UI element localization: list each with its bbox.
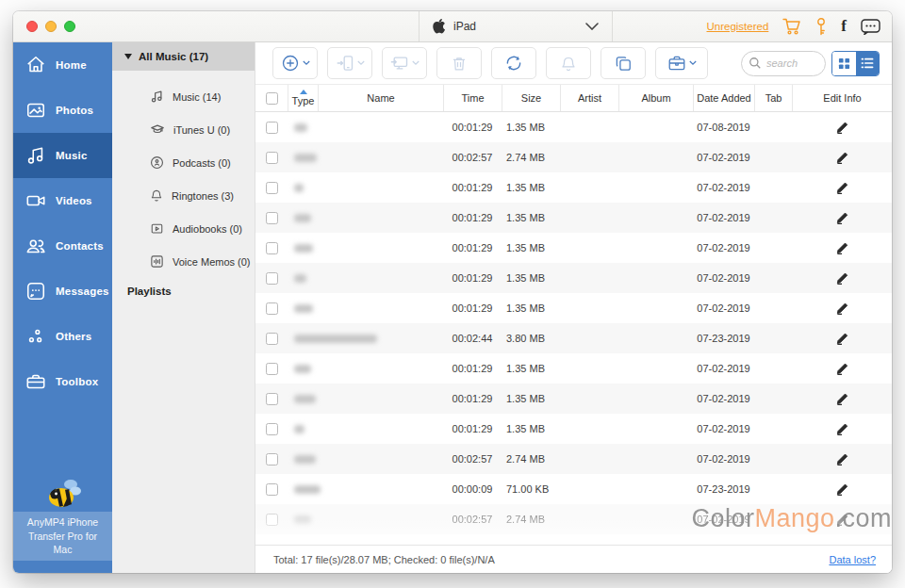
edit-info-pencil-icon[interactable] bbox=[835, 271, 849, 286]
edit-info-pencil-icon[interactable] bbox=[835, 513, 849, 527]
library-item-music[interactable]: Music (14) bbox=[112, 80, 255, 113]
data-lost-link[interactable]: Data lost? bbox=[829, 554, 876, 565]
edit-info-pencil-icon[interactable] bbox=[835, 151, 849, 165]
edit-info-pencil-icon[interactable] bbox=[835, 362, 849, 376]
table-row[interactable]: 00:00:0971.00 KB07-23-2019 bbox=[255, 474, 892, 504]
table-row[interactable]: 00:02:572.74 MB07-02-2019 bbox=[255, 444, 892, 474]
table-row[interactable]: 00:01:291.35 MB07-08-2019 bbox=[255, 112, 892, 142]
device-selector[interactable]: iPad bbox=[419, 11, 613, 41]
add-button[interactable] bbox=[272, 47, 318, 79]
edit-info-pencil-icon[interactable] bbox=[835, 452, 849, 466]
row-checkbox[interactable] bbox=[266, 212, 278, 224]
column-header-name[interactable]: Name bbox=[318, 85, 443, 111]
sidebar-item-photos[interactable]: Photos bbox=[13, 88, 112, 133]
time-cell: 00:00:09 bbox=[443, 483, 502, 495]
delete-button[interactable] bbox=[436, 47, 482, 79]
table-row[interactable]: 00:01:291.35 MB07-02-2019 bbox=[255, 353, 892, 384]
audiobook-icon bbox=[150, 222, 164, 236]
library-item-voice-memos[interactable]: Voice Memos (0) bbox=[112, 245, 255, 278]
row-checkbox[interactable] bbox=[266, 182, 278, 194]
grid-view-button[interactable] bbox=[832, 52, 856, 75]
row-checkbox[interactable] bbox=[266, 483, 278, 496]
time-cell: 00:02:57 bbox=[443, 152, 502, 163]
edit-info-pencil-icon[interactable] bbox=[835, 302, 849, 316]
edit-info-pencil-icon[interactable] bbox=[835, 332, 849, 346]
row-checkbox[interactable] bbox=[266, 423, 278, 435]
export-to-computer-button[interactable] bbox=[382, 47, 427, 79]
zoom-button[interactable] bbox=[64, 21, 75, 32]
ringtone-maker-button[interactable] bbox=[546, 47, 591, 79]
column-header-time[interactable]: Time bbox=[443, 85, 502, 111]
table-row[interactable]: 00:02:572.74 MB07-02-2019 bbox=[255, 504, 892, 534]
edit-info-pencil-icon[interactable] bbox=[835, 211, 849, 225]
export-to-device-button[interactable] bbox=[327, 47, 372, 79]
edit-info-pencil-icon[interactable] bbox=[835, 241, 849, 255]
column-header-edit-info[interactable]: Edit Info bbox=[792, 85, 892, 111]
table-row[interactable]: 00:01:291.35 MB07-02-2019 bbox=[255, 172, 892, 203]
cart-icon[interactable] bbox=[782, 18, 801, 35]
table-row[interactable]: 00:01:291.35 MB07-02-2019 bbox=[255, 263, 892, 293]
library-item-audiobooks[interactable]: Audiobooks (0) bbox=[112, 212, 255, 245]
copy-button[interactable] bbox=[601, 47, 646, 79]
library-item-itunes-u[interactable]: iTunes U (0) bbox=[112, 113, 255, 146]
column-header-album[interactable]: Album bbox=[618, 85, 693, 111]
photos-icon bbox=[25, 100, 46, 121]
minimize-button[interactable] bbox=[45, 21, 57, 32]
feedback-icon[interactable] bbox=[861, 19, 880, 35]
row-checkbox[interactable] bbox=[266, 152, 278, 164]
row-checkbox[interactable] bbox=[266, 242, 278, 254]
table-row[interactable]: 00:01:291.35 MB07-02-2019 bbox=[255, 414, 892, 444]
row-checkbox[interactable] bbox=[266, 302, 278, 315]
column-header-type[interactable]: Type bbox=[288, 85, 318, 111]
library-header-all-music[interactable]: All Music (17) bbox=[112, 42, 255, 71]
table-row[interactable]: 00:01:291.35 MB07-02-2019 bbox=[255, 203, 892, 233]
time-cell: 00:01:29 bbox=[443, 272, 502, 284]
row-checkbox[interactable] bbox=[266, 363, 278, 375]
date-added-cell: 07-02-2019 bbox=[693, 182, 754, 193]
row-checkbox[interactable] bbox=[266, 393, 278, 405]
sidebar-item-home[interactable]: Home bbox=[13, 42, 112, 88]
main-content: Type Name Time Size Artist Album Date Ad… bbox=[255, 42, 892, 573]
size-cell: 1.35 MB bbox=[502, 182, 560, 193]
table-row[interactable]: 00:01:291.35 MB07-02-2019 bbox=[255, 233, 892, 263]
toolbox-button[interactable] bbox=[655, 47, 708, 79]
sidebar-item-others[interactable]: Others bbox=[13, 314, 112, 359]
view-toggle bbox=[831, 51, 880, 76]
sidebar-item-messages[interactable]: Messages bbox=[13, 269, 112, 314]
time-cell: 00:01:29 bbox=[443, 423, 502, 434]
sidebar-item-toolbox[interactable]: Toolbox bbox=[13, 359, 112, 404]
row-checkbox[interactable] bbox=[266, 514, 278, 526]
select-all-checkbox[interactable] bbox=[266, 92, 278, 105]
list-view-button[interactable] bbox=[856, 52, 880, 75]
sidebar-item-videos[interactable]: Videos bbox=[13, 178, 112, 223]
edit-info-pencil-icon[interactable] bbox=[835, 121, 849, 135]
sidebar-item-music[interactable]: Music bbox=[13, 133, 112, 178]
size-cell: 1.35 MB bbox=[502, 242, 560, 253]
library-item-podcasts[interactable]: Podcasts (0) bbox=[112, 146, 255, 179]
column-header-tab[interactable]: Tab bbox=[754, 85, 792, 111]
library-item-ringtones[interactable]: Ringtones (3) bbox=[112, 179, 255, 212]
sidebar-item-contacts[interactable]: Contacts bbox=[13, 223, 112, 269]
row-checkbox[interactable] bbox=[266, 122, 278, 134]
column-header-size[interactable]: Size bbox=[502, 85, 560, 111]
column-header-date-added[interactable]: Date Added bbox=[693, 85, 754, 111]
facebook-icon[interactable]: f bbox=[841, 17, 847, 36]
edit-info-pencil-icon[interactable] bbox=[835, 392, 849, 406]
column-header-artist[interactable]: Artist bbox=[560, 85, 618, 111]
table-row[interactable]: 00:01:291.35 MB07-02-2019 bbox=[255, 293, 892, 323]
refresh-button[interactable] bbox=[491, 47, 536, 79]
table-row[interactable]: 00:02:443.80 MB07-23-2019 bbox=[255, 323, 892, 353]
unregistered-link[interactable]: Unregistered bbox=[706, 21, 768, 32]
table-row[interactable]: 00:01:291.35 MB07-02-2019 bbox=[255, 384, 892, 414]
row-checkbox[interactable] bbox=[266, 333, 278, 345]
playlists-header[interactable]: Playlists bbox=[112, 286, 255, 297]
edit-info-pencil-icon[interactable] bbox=[835, 422, 849, 436]
close-button[interactable] bbox=[26, 21, 38, 32]
edit-info-pencil-icon[interactable] bbox=[835, 482, 849, 497]
row-checkbox[interactable] bbox=[266, 272, 278, 285]
row-checkbox[interactable] bbox=[266, 453, 278, 466]
chevron-down-icon bbox=[412, 60, 420, 66]
key-icon[interactable] bbox=[815, 18, 827, 36]
table-row[interactable]: 00:02:572.74 MB07-02-2019 bbox=[255, 142, 892, 172]
edit-info-pencil-icon[interactable] bbox=[835, 181, 849, 195]
